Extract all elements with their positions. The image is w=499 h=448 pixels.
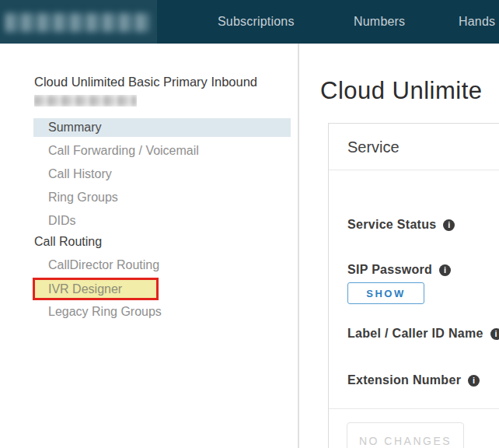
show-password-button[interactable]: SHOW <box>347 282 424 304</box>
info-icon[interactable] <box>468 375 480 387</box>
app-window: Subscriptions Numbers Hands Cloud Unlimi… <box>0 0 499 448</box>
card-header-divider <box>329 170 499 170</box>
sidebar-item-summary[interactable]: Summary <box>48 118 101 137</box>
sidebar-divider <box>298 44 299 448</box>
top-nav: Subscriptions Numbers Hands <box>0 0 499 44</box>
field-label: Label / Caller ID Name <box>347 327 483 341</box>
card-footer-divider <box>329 408 499 409</box>
redacted-text-blur <box>6 13 152 32</box>
card-title: Service <box>347 138 400 156</box>
sidebar-section-call-routing: Call Routing <box>34 233 102 251</box>
sidebar-item-ivr-designer[interactable]: IVR Designer <box>48 280 122 298</box>
annotation-highlight-box: IVR Designer <box>33 278 159 300</box>
nav-item-handsets[interactable]: Hands <box>459 0 495 44</box>
field-service-status: Service Status <box>347 218 455 232</box>
redacted-brand-area <box>0 0 157 44</box>
field-label-caller-id-name: Label / Caller ID Name <box>347 327 499 341</box>
info-icon[interactable] <box>439 264 451 276</box>
sidebar-item-call-forwarding-voicemail[interactable]: Call Forwarding / Voicemail <box>48 142 199 160</box>
field-label: SIP Password <box>347 263 432 277</box>
field-label: Extension Number <box>347 373 461 387</box>
info-icon[interactable] <box>443 219 455 231</box>
nav-item-subscriptions[interactable]: Subscriptions <box>218 0 295 44</box>
field-sip-password: SIP Password <box>347 263 451 277</box>
page-title: Cloud Unlimite <box>320 77 483 105</box>
redacted-text-blur <box>34 95 137 107</box>
nav-item-numbers[interactable]: Numbers <box>354 0 405 44</box>
info-icon[interactable] <box>490 328 499 340</box>
field-extension-number: Extension Number <box>347 373 480 387</box>
sidebar-item-legacy-ring-groups[interactable]: Legacy Ring Groups <box>48 303 162 321</box>
no-changes-button[interactable]: NO CHANGES <box>347 422 464 448</box>
sidebar-title: Cloud Unlimited Basic Primary Inbound <box>34 75 295 89</box>
redacted-phone-number <box>34 95 137 107</box>
sidebar-item-ring-groups[interactable]: Ring Groups <box>48 188 118 207</box>
service-card: Service Service Status SIP Password SHOW… <box>328 123 499 448</box>
sidebar-item-calldirector-routing[interactable]: CallDirector Routing <box>48 256 159 275</box>
sidebar-item-call-history[interactable]: Call History <box>48 165 112 184</box>
field-label: Service Status <box>347 218 436 232</box>
sidebar-item-dids[interactable]: DIDs <box>48 212 76 230</box>
